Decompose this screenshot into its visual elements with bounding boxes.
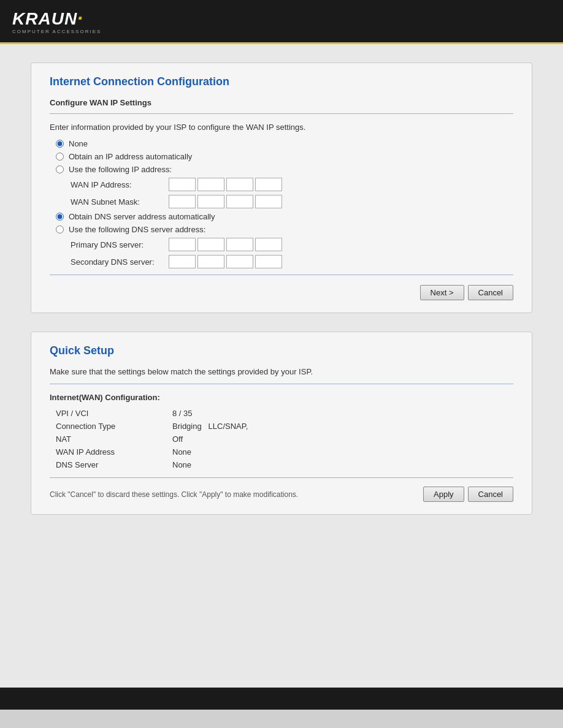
wan-cancel-button[interactable]: Cancel: [468, 285, 513, 300]
connection-type-value: Bridging LLC/SNAP,: [172, 420, 513, 433]
primary-dns-3[interactable]: [226, 238, 253, 251]
radio-obtain-ip-input[interactable]: [56, 153, 64, 161]
logo-text: KRAUN·: [12, 8, 101, 28]
primary-dns-row: Primary DNS server:: [71, 238, 513, 251]
secondary-dns-3[interactable]: [226, 255, 253, 268]
radio-use-ip[interactable]: Use the following IP address:: [56, 165, 513, 174]
radio-use-dns-label[interactable]: Use the following DNS server address:: [69, 225, 205, 234]
primary-dns-4[interactable]: [255, 238, 282, 251]
quick-setup-card: Quick Setup Make sure that the settings …: [31, 332, 532, 515]
config-table: VPI / VCI 8 / 35 Connection Type Bridgin…: [50, 407, 513, 471]
table-row: Connection Type Bridging LLC/SNAP,: [50, 420, 513, 433]
vpi-vci-value: 8 / 35: [172, 407, 513, 420]
nat-label: NAT: [50, 433, 172, 446]
primary-dns-1[interactable]: [169, 238, 196, 251]
divider-4: [50, 477, 513, 478]
radio-none-input[interactable]: [56, 140, 64, 148]
quick-setup-cancel-button[interactable]: Cancel: [468, 487, 513, 502]
wan-subnet-2[interactable]: [197, 195, 224, 208]
radio-obtain-dns-input[interactable]: [56, 213, 64, 221]
radio-use-dns[interactable]: Use the following DNS server address:: [56, 225, 513, 234]
internet-connection-title: Internet Connection Configuration: [50, 75, 513, 88]
divider-2: [50, 275, 513, 275]
secondary-dns-4[interactable]: [255, 255, 282, 268]
main-content: Internet Connection Configuration Config…: [0, 44, 563, 688]
logo-subtitle: COMPUTER ACCESSORIES: [12, 29, 101, 34]
secondary-dns-2[interactable]: [197, 255, 224, 268]
logo-dot: ·: [77, 7, 83, 29]
secondary-dns-row: Secondary DNS server:: [71, 255, 513, 268]
quick-setup-footer-note: Click "Cancel" to discard these settings…: [50, 490, 298, 499]
vpi-vci-label: VPI / VCI: [50, 407, 172, 420]
radio-use-ip-input[interactable]: [56, 165, 64, 173]
wan-subnet-1[interactable]: [169, 195, 196, 208]
wan-subnet-inputs: [169, 195, 282, 208]
radio-obtain-ip-label[interactable]: Obtain an IP address automatically: [69, 152, 192, 161]
radio-use-dns-input[interactable]: [56, 226, 64, 233]
wan-ip-3[interactable]: [226, 178, 253, 191]
radio-none-label[interactable]: None: [69, 139, 88, 148]
primary-dns-2[interactable]: [197, 238, 224, 251]
wan-button-row: Next > Cancel: [50, 285, 513, 300]
secondary-dns-label: Secondary DNS server:: [71, 257, 169, 267]
apply-button[interactable]: Apply: [423, 487, 464, 502]
wan-ip-row: WAN IP Address:: [71, 178, 513, 191]
radio-none[interactable]: None: [56, 139, 513, 148]
dns-server-value: None: [172, 458, 513, 471]
radio-obtain-dns-label[interactable]: Obtain DNS server address automatically: [69, 212, 215, 221]
wan-ip-address-label: WAN IP Address: [50, 446, 172, 458]
divider-3: [50, 384, 513, 384]
wan-subnet-3[interactable]: [226, 195, 253, 208]
wan-subnet-row: WAN Subnet Mask:: [71, 195, 513, 208]
wan-ip-address-label: WAN IP Address:: [71, 180, 169, 189]
primary-dns-inputs: [169, 238, 282, 251]
quick-setup-button-row: Apply Cancel: [423, 487, 513, 502]
wan-ip-address-value: None: [172, 446, 513, 458]
wan-description: Enter information provided by your ISP t…: [50, 123, 513, 132]
logo: KRAUN· COMPUTER ACCESSORIES: [12, 8, 101, 34]
dns-server-label: DNS Server: [50, 458, 172, 471]
wan-subnet-4[interactable]: [255, 195, 282, 208]
next-button[interactable]: Next >: [420, 285, 464, 300]
table-row: WAN IP Address None: [50, 446, 513, 458]
secondary-dns-1[interactable]: [169, 255, 196, 268]
internet-connection-card: Internet Connection Configuration Config…: [31, 63, 532, 313]
footer-bar: [0, 688, 563, 710]
wan-ip-2[interactable]: [197, 178, 224, 191]
radio-obtain-ip[interactable]: Obtain an IP address automatically: [56, 152, 513, 161]
table-row: NAT Off: [50, 433, 513, 446]
internet-wan-heading: Internet(WAN) Configuration:: [50, 393, 513, 402]
wan-ip-inputs: [169, 178, 282, 191]
radio-use-ip-label[interactable]: Use the following IP address:: [69, 165, 172, 174]
page-header: KRAUN· COMPUTER ACCESSORIES: [0, 0, 563, 44]
nat-value: Off: [172, 433, 513, 446]
primary-dns-label: Primary DNS server:: [71, 240, 169, 249]
wan-ip-4[interactable]: [255, 178, 282, 191]
radio-obtain-dns[interactable]: Obtain DNS server address automatically: [56, 212, 513, 221]
quick-setup-title: Quick Setup: [50, 344, 513, 357]
wan-ip-section-heading: Configure WAN IP Settings: [50, 98, 513, 107]
table-row: VPI / VCI 8 / 35: [50, 407, 513, 420]
radio-group-wan: None Obtain an IP address automatically …: [56, 139, 513, 268]
wan-ip-1[interactable]: [169, 178, 196, 191]
secondary-dns-inputs: [169, 255, 282, 268]
divider-1: [50, 113, 513, 114]
quick-setup-description: Make sure that the settings below match …: [50, 367, 513, 376]
connection-type-label: Connection Type: [50, 420, 172, 433]
table-row: DNS Server None: [50, 458, 513, 471]
wan-subnet-label: WAN Subnet Mask:: [71, 197, 169, 207]
